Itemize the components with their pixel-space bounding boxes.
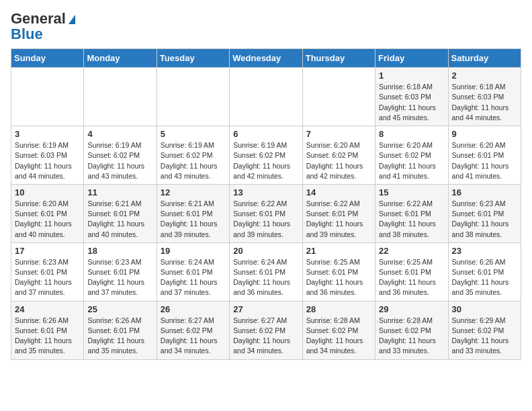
calendar-cell (11, 68, 84, 126)
calendar-cell: 15Sunrise: 6:22 AM Sunset: 6:01 PM Dayli… (375, 184, 448, 242)
calendar-cell: 20Sunrise: 6:24 AM Sunset: 6:01 PM Dayli… (230, 242, 302, 301)
calendar-cell: 29Sunrise: 6:28 AM Sunset: 6:02 PM Dayli… (375, 301, 448, 359)
day-number: 7 (306, 129, 371, 139)
day-number: 21 (306, 246, 371, 256)
day-number: 11 (87, 187, 152, 197)
day-number: 3 (15, 129, 80, 139)
day-info: Sunrise: 6:19 AM Sunset: 6:02 PM Dayligh… (233, 140, 298, 181)
day-info: Sunrise: 6:21 AM Sunset: 6:01 PM Dayligh… (161, 199, 226, 240)
calendar-cell: 4Sunrise: 6:19 AM Sunset: 6:02 PM Daylig… (84, 126, 157, 185)
day-number: 16 (452, 187, 517, 197)
day-number: 4 (87, 129, 152, 139)
calendar-cell: 30Sunrise: 6:29 AM Sunset: 6:02 PM Dayli… (448, 301, 521, 359)
calendar-cell: 2Sunrise: 6:18 AM Sunset: 6:03 PM Daylig… (448, 68, 521, 126)
day-number: 15 (379, 187, 444, 197)
calendar-cell: 3Sunrise: 6:19 AM Sunset: 6:03 PM Daylig… (11, 126, 84, 185)
calendar-cell: 6Sunrise: 6:19 AM Sunset: 6:02 PM Daylig… (230, 126, 302, 185)
calendar-cell: 19Sunrise: 6:24 AM Sunset: 6:01 PM Dayli… (157, 242, 229, 301)
day-info: Sunrise: 6:29 AM Sunset: 6:02 PM Dayligh… (452, 316, 517, 357)
calendar-cell: 10Sunrise: 6:20 AM Sunset: 6:01 PM Dayli… (11, 184, 84, 242)
col-header-saturday: Saturday (448, 49, 521, 68)
day-info: Sunrise: 6:21 AM Sunset: 6:01 PM Dayligh… (87, 199, 152, 240)
col-header-wednesday: Wednesday (230, 49, 302, 68)
calendar-week-5: 24Sunrise: 6:26 AM Sunset: 6:01 PM Dayli… (11, 301, 521, 359)
col-header-monday: Monday (84, 49, 157, 68)
day-number: 6 (233, 129, 298, 139)
day-info: Sunrise: 6:28 AM Sunset: 6:02 PM Dayligh… (379, 316, 444, 357)
day-info: Sunrise: 6:20 AM Sunset: 6:01 PM Dayligh… (452, 140, 517, 181)
calendar-body: 1Sunrise: 6:18 AM Sunset: 6:03 PM Daylig… (11, 68, 521, 359)
day-info: Sunrise: 6:23 AM Sunset: 6:01 PM Dayligh… (87, 257, 152, 298)
day-info: Sunrise: 6:24 AM Sunset: 6:01 PM Dayligh… (233, 257, 298, 298)
col-header-thursday: Thursday (302, 49, 375, 68)
day-info: Sunrise: 6:19 AM Sunset: 6:02 PM Dayligh… (87, 140, 152, 181)
logo-general: General (11, 10, 66, 27)
day-number: 28 (306, 304, 371, 314)
day-number: 27 (233, 304, 298, 314)
day-number: 10 (15, 187, 80, 197)
calendar-cell (302, 68, 375, 126)
day-info: Sunrise: 6:18 AM Sunset: 6:03 PM Dayligh… (379, 82, 444, 123)
calendar-cell: 16Sunrise: 6:23 AM Sunset: 6:01 PM Dayli… (448, 184, 521, 242)
day-info: Sunrise: 6:22 AM Sunset: 6:01 PM Dayligh… (306, 199, 371, 240)
day-number: 5 (161, 129, 226, 139)
calendar-cell: 1Sunrise: 6:18 AM Sunset: 6:03 PM Daylig… (375, 68, 448, 126)
calendar-cell: 9Sunrise: 6:20 AM Sunset: 6:01 PM Daylig… (448, 126, 521, 185)
day-number: 2 (452, 71, 517, 81)
day-number: 26 (161, 304, 226, 314)
calendar-cell: 13Sunrise: 6:22 AM Sunset: 6:01 PM Dayli… (230, 184, 302, 242)
day-info: Sunrise: 6:19 AM Sunset: 6:03 PM Dayligh… (15, 140, 80, 181)
calendar-header-row: SundayMondayTuesdayWednesdayThursdayFrid… (11, 49, 521, 68)
calendar-cell (84, 68, 157, 126)
logo: General Blue (11, 11, 75, 43)
day-info: Sunrise: 6:22 AM Sunset: 6:01 PM Dayligh… (233, 199, 298, 240)
calendar-week-4: 17Sunrise: 6:23 AM Sunset: 6:01 PM Dayli… (11, 242, 521, 301)
calendar-cell: 26Sunrise: 6:27 AM Sunset: 6:02 PM Dayli… (157, 301, 229, 359)
calendar-cell (157, 68, 229, 126)
calendar-cell: 22Sunrise: 6:25 AM Sunset: 6:01 PM Dayli… (375, 242, 448, 301)
calendar-cell: 8Sunrise: 6:20 AM Sunset: 6:02 PM Daylig… (375, 126, 448, 185)
calendar-table: SundayMondayTuesdayWednesdayThursdayFrid… (11, 48, 521, 359)
day-info: Sunrise: 6:24 AM Sunset: 6:01 PM Dayligh… (161, 257, 226, 298)
day-number: 29 (379, 304, 444, 314)
day-number: 24 (15, 304, 80, 314)
day-info: Sunrise: 6:23 AM Sunset: 6:01 PM Dayligh… (452, 199, 517, 240)
col-header-sunday: Sunday (11, 49, 84, 68)
day-number: 22 (379, 246, 444, 256)
calendar-cell: 28Sunrise: 6:28 AM Sunset: 6:02 PM Dayli… (302, 301, 375, 359)
day-number: 18 (87, 246, 152, 256)
calendar-cell: 7Sunrise: 6:20 AM Sunset: 6:02 PM Daylig… (302, 126, 375, 185)
day-info: Sunrise: 6:27 AM Sunset: 6:02 PM Dayligh… (161, 316, 226, 357)
day-number: 1 (379, 71, 444, 81)
day-info: Sunrise: 6:25 AM Sunset: 6:01 PM Dayligh… (306, 257, 371, 298)
calendar-cell: 17Sunrise: 6:23 AM Sunset: 6:01 PM Dayli… (11, 242, 84, 301)
day-number: 13 (233, 187, 298, 197)
day-info: Sunrise: 6:20 AM Sunset: 6:01 PM Dayligh… (15, 199, 80, 240)
day-number: 17 (15, 246, 80, 256)
calendar-cell (230, 68, 302, 126)
day-info: Sunrise: 6:20 AM Sunset: 6:02 PM Dayligh… (379, 140, 444, 181)
calendar-week-3: 10Sunrise: 6:20 AM Sunset: 6:01 PM Dayli… (11, 184, 521, 242)
col-header-friday: Friday (375, 49, 448, 68)
calendar-cell: 12Sunrise: 6:21 AM Sunset: 6:01 PM Dayli… (157, 184, 229, 242)
day-number: 20 (233, 246, 298, 256)
day-info: Sunrise: 6:18 AM Sunset: 6:03 PM Dayligh… (452, 82, 517, 123)
day-info: Sunrise: 6:27 AM Sunset: 6:02 PM Dayligh… (233, 316, 298, 357)
col-header-tuesday: Tuesday (157, 49, 229, 68)
day-info: Sunrise: 6:26 AM Sunset: 6:01 PM Dayligh… (87, 316, 152, 357)
day-info: Sunrise: 6:23 AM Sunset: 6:01 PM Dayligh… (15, 257, 80, 298)
calendar-cell: 23Sunrise: 6:26 AM Sunset: 6:01 PM Dayli… (448, 242, 521, 301)
day-number: 19 (161, 246, 226, 256)
day-info: Sunrise: 6:28 AM Sunset: 6:02 PM Dayligh… (306, 316, 371, 357)
day-info: Sunrise: 6:19 AM Sunset: 6:02 PM Dayligh… (161, 140, 226, 181)
day-number: 25 (87, 304, 152, 314)
day-number: 23 (452, 246, 517, 256)
calendar-cell: 11Sunrise: 6:21 AM Sunset: 6:01 PM Dayli… (84, 184, 157, 242)
day-number: 9 (452, 129, 517, 139)
day-number: 14 (306, 187, 371, 197)
calendar-cell: 21Sunrise: 6:25 AM Sunset: 6:01 PM Dayli… (302, 242, 375, 301)
calendar-cell: 25Sunrise: 6:26 AM Sunset: 6:01 PM Dayli… (84, 301, 157, 359)
calendar-cell: 24Sunrise: 6:26 AM Sunset: 6:01 PM Dayli… (11, 301, 84, 359)
day-info: Sunrise: 6:26 AM Sunset: 6:01 PM Dayligh… (452, 257, 517, 298)
calendar-week-1: 1Sunrise: 6:18 AM Sunset: 6:03 PM Daylig… (11, 68, 521, 126)
